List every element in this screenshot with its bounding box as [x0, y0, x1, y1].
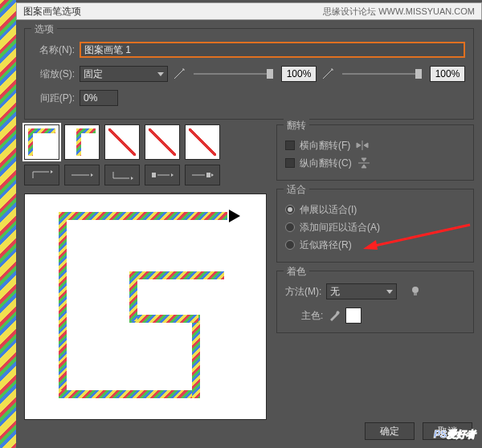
scale-mode-select[interactable]: 固定 — [80, 66, 168, 82]
radio[interactable] — [285, 222, 295, 232]
radio[interactable] — [285, 240, 295, 250]
scale-slider-2[interactable] — [342, 73, 422, 75]
main-columns: 翻转 横向翻转(F) 纵向翻转(C) 适合 伸展以适合(I) — [24, 124, 474, 420]
fit-approx-label: 近似路径(R) — [300, 238, 352, 252]
end-icon — [190, 169, 214, 181]
scale-value-2[interactable]: 100% — [430, 66, 465, 82]
spacing-label: 间距(P): — [33, 92, 75, 105]
flip-horizontal-icon — [355, 140, 370, 151]
keycolor-row: 主色: — [285, 307, 465, 324]
dialog-body: 选项 名称(N): 缩放(S): 固定 100% 100% 间距(P): — [16, 20, 482, 448]
tile-side[interactable] — [24, 124, 59, 160]
flip-h-row[interactable]: 横向翻转(F) — [285, 136, 465, 154]
preview-stroke — [129, 315, 198, 323]
scale-max-icon — [321, 67, 334, 80]
dialog-title: 图案画笔选项 — [23, 5, 81, 18]
checkbox[interactable] — [285, 141, 295, 150]
fit-stretch-row[interactable]: 伸展以适合(I) — [285, 201, 465, 218]
flip-v-label: 纵向翻转(C) — [300, 157, 352, 170]
arrow-head-icon — [229, 210, 240, 222]
svg-point-2 — [412, 287, 419, 293]
flip-vertical-icon — [357, 157, 371, 169]
name-row: 名称(N): — [33, 40, 465, 59]
tile-thumb — [76, 128, 81, 156]
radio[interactable] — [285, 205, 295, 214]
svg-line-4 — [371, 225, 470, 246]
forum-credit: 思缘设计论坛 WWW.MISSYUAN.COM — [323, 6, 475, 18]
colorize-group-title: 着色 — [284, 265, 309, 279]
name-input[interactable] — [80, 42, 465, 58]
flip-group-title: 翻转 — [284, 119, 309, 132]
keycolor-swatch[interactable] — [345, 307, 362, 324]
eyedropper-icon[interactable] — [328, 309, 341, 322]
left-column — [24, 124, 267, 420]
tile-start[interactable] — [145, 124, 180, 160]
svg-rect-0 — [152, 173, 156, 177]
watermark: PS爱好者 — [434, 425, 476, 442]
svg-marker-5 — [363, 240, 378, 250]
corner-inner-icon — [110, 169, 134, 181]
slider-thumb[interactable] — [415, 69, 422, 79]
scale-row: 缩放(S): 固定 100% 100% — [33, 64, 465, 83]
annotation-arrow — [362, 222, 474, 255]
tile-menu-3[interactable] — [104, 165, 140, 185]
tile-outer-corner[interactable] — [64, 124, 100, 160]
preview-stroke — [129, 271, 224, 279]
preview-stroke — [59, 212, 67, 397]
tile-menu-1[interactable] — [24, 165, 59, 185]
flip-h-label: 横向翻转(F) — [300, 139, 350, 153]
svg-rect-1 — [206, 173, 210, 177]
tile-menu-row — [24, 165, 267, 185]
flip-v-row[interactable]: 纵向翻转(C) — [285, 154, 465, 172]
method-label: 方法(M): — [285, 285, 321, 299]
options-group: 选项 名称(N): 缩放(S): 固定 100% 100% 间距(P): — [24, 28, 474, 120]
preview-stroke — [192, 315, 200, 398]
tile-menu-2[interactable] — [64, 165, 100, 185]
fit-group-title: 适合 — [284, 183, 309, 197]
checkbox[interactable] — [285, 158, 295, 168]
slider-thumb[interactable] — [267, 69, 273, 79]
preview-canvas — [24, 193, 267, 420]
tile-thumb — [28, 128, 33, 156]
scale-label: 缩放(S): — [33, 67, 75, 81]
preview-stroke — [59, 212, 227, 220]
options-group-title: 选项 — [31, 22, 57, 36]
side-icon — [70, 169, 94, 181]
colorize-group: 着色 方法(M): 无 主色: — [276, 271, 474, 333]
lightbulb-icon[interactable] — [410, 286, 421, 297]
spacing-row: 间距(P): — [33, 88, 465, 108]
tile-end[interactable] — [185, 124, 220, 160]
spacing-input[interactable] — [80, 90, 118, 106]
preview-stroke — [59, 390, 199, 398]
scale-min-icon — [173, 67, 186, 80]
decorative-stripe — [0, 0, 16, 448]
right-column: 翻转 横向翻转(F) 纵向翻转(C) 适合 伸展以适合(I) — [276, 124, 474, 420]
keycolor-label: 主色: — [301, 309, 323, 323]
flip-group: 翻转 横向翻转(F) 纵向翻转(C) — [276, 124, 474, 181]
scale-slider-1[interactable] — [194, 73, 273, 75]
name-label: 名称(N): — [33, 43, 75, 57]
method-select[interactable]: 无 — [326, 283, 397, 299]
ok-button[interactable]: 确定 — [365, 422, 415, 440]
scale-value-1[interactable]: 100% — [281, 66, 317, 82]
svg-rect-3 — [414, 293, 417, 295]
tile-row — [24, 124, 267, 160]
fit-stretch-label: 伸展以适合(I) — [300, 203, 357, 217]
title-bar: 图案画笔选项 思缘设计论坛 WWW.MISSYUAN.COM — [16, 2, 482, 20]
tile-menu-4[interactable] — [145, 165, 180, 185]
tile-menu-5[interactable] — [185, 165, 220, 185]
method-row: 方法(M): 无 — [285, 283, 465, 300]
corner-outer-icon — [30, 169, 54, 181]
start-icon — [150, 169, 174, 181]
tile-inner-corner[interactable] — [104, 124, 140, 160]
